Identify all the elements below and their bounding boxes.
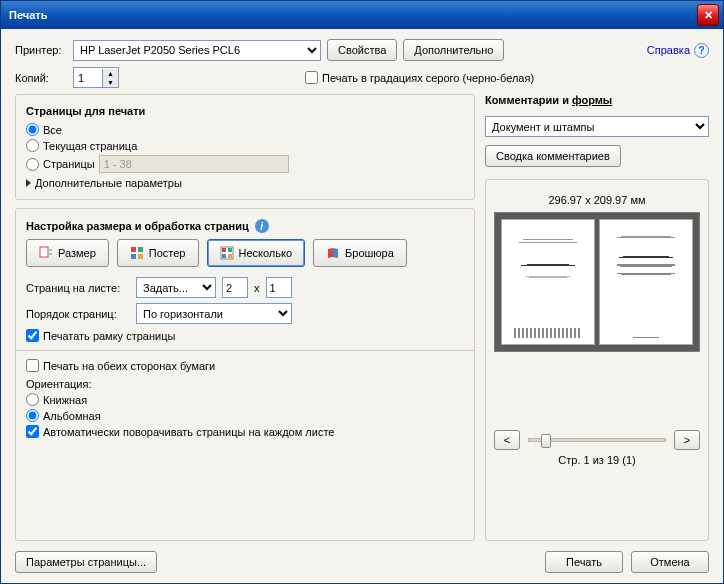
svg-rect-8 xyxy=(222,254,226,258)
page-setup-button[interactable]: Параметры страницы... xyxy=(15,551,157,573)
preview-next-button[interactable]: > xyxy=(674,430,700,450)
print-border-checkbox[interactable] xyxy=(26,329,39,342)
comments-section: Комментарии и формы Документ и штампы Св… xyxy=(485,94,709,167)
preview-page-right xyxy=(599,219,693,345)
pages-current-label: Текущая страница xyxy=(43,140,137,152)
portrait-label: Книжная xyxy=(43,394,87,406)
per-sheet-label: Страниц на листе: xyxy=(26,282,130,294)
landscape-radio[interactable] xyxy=(26,409,39,422)
svg-rect-4 xyxy=(138,254,143,259)
duplex-checkbox[interactable] xyxy=(26,359,39,372)
preview-page-counter: Стр. 1 из 19 (1) xyxy=(494,454,700,466)
per-sheet-x-input[interactable] xyxy=(222,277,248,298)
svg-rect-2 xyxy=(138,247,143,252)
size-group-title-row: Настройка размера и обработка страниц i xyxy=(26,219,464,233)
help-icon[interactable]: ? xyxy=(694,43,709,58)
page-order-label: Порядок страниц: xyxy=(26,308,130,320)
properties-button[interactable]: Свойства xyxy=(327,39,397,61)
pages-group-title: Страницы для печати xyxy=(26,105,464,117)
svg-rect-9 xyxy=(228,254,232,258)
dialog-content: Принтер: HP LaserJet P2050 Series PCL6 С… xyxy=(1,29,723,583)
help-link[interactable]: Справка xyxy=(647,44,690,56)
preview-slider[interactable] xyxy=(528,438,666,442)
help-area: Справка ? xyxy=(647,43,709,58)
tab-poster[interactable]: Постер xyxy=(117,239,199,267)
main-columns: Страницы для печати Все Текущая страница… xyxy=(15,94,709,541)
portrait-radio[interactable] xyxy=(26,393,39,406)
pages-all-radio[interactable] xyxy=(26,123,39,136)
copies-label: Копий: xyxy=(15,72,67,84)
print-button[interactable]: Печать xyxy=(545,551,623,573)
duplex-label: Печать на обеих сторонах бумаги xyxy=(43,360,215,372)
page-order-row: Порядок страниц: По горизонтали xyxy=(26,303,464,324)
svg-rect-1 xyxy=(131,247,136,252)
print-border-label: Печатать рамку страницы xyxy=(43,330,175,342)
svg-rect-6 xyxy=(222,248,226,252)
titlebar: Печать ✕ xyxy=(1,1,723,29)
pages-current-radio[interactable] xyxy=(26,139,39,152)
more-options-toggle[interactable]: Дополнительные параметры xyxy=(26,177,464,189)
preview-prev-button[interactable]: < xyxy=(494,430,520,450)
pages-range-radio[interactable] xyxy=(26,158,39,171)
left-column: Страницы для печати Все Текущая страница… xyxy=(15,94,475,541)
pages-all-label: Все xyxy=(43,124,62,136)
tab-booklet[interactable]: Брошюра xyxy=(313,239,407,267)
preview-canvas xyxy=(494,212,700,352)
close-button[interactable]: ✕ xyxy=(697,4,719,26)
per-sheet-times: x xyxy=(254,282,260,294)
tab-multiple[interactable]: Несколько xyxy=(207,239,306,267)
per-sheet-row: Страниц на листе: Задать... x xyxy=(26,277,464,298)
printer-select[interactable]: HP LaserJet P2050 Series PCL6 xyxy=(73,40,321,61)
preview-page-left xyxy=(501,219,595,345)
size-group-title: Настройка размера и обработка страниц xyxy=(26,220,249,232)
grayscale-checkbox[interactable] xyxy=(305,71,318,84)
window-title: Печать xyxy=(5,9,47,21)
more-options-label: Дополнительные параметры xyxy=(35,177,182,189)
size-handling-group: Настройка размера и обработка страниц i … xyxy=(15,208,475,541)
page-order-select[interactable]: По горизонтали xyxy=(136,303,292,324)
size-icon xyxy=(39,246,53,260)
spinner-up-icon[interactable]: ▲ xyxy=(102,69,118,78)
cancel-button[interactable]: Отмена xyxy=(631,551,709,573)
svg-rect-0 xyxy=(40,247,48,257)
handling-tabs: Размер Постер Несколько Брошюра xyxy=(26,239,464,267)
pages-group: Страницы для печати Все Текущая страница… xyxy=(15,94,475,200)
svg-rect-3 xyxy=(131,254,136,259)
comments-summary-button[interactable]: Сводка комментариев xyxy=(485,145,621,167)
close-icon: ✕ xyxy=(704,9,713,22)
advanced-button[interactable]: Дополнительно xyxy=(403,39,504,61)
orientation-label: Ориентация: xyxy=(26,378,464,390)
printer-row: Принтер: HP LaserJet P2050 Series PCL6 С… xyxy=(15,39,709,61)
slider-thumb[interactable] xyxy=(541,434,551,448)
booklet-icon xyxy=(326,246,340,260)
multiple-icon xyxy=(220,246,234,260)
pages-range-label: Страницы xyxy=(43,158,95,170)
per-sheet-mode-select[interactable]: Задать... xyxy=(136,277,216,298)
chevron-right-icon xyxy=(26,179,31,187)
preview-dimensions: 296.97 x 209.97 мм xyxy=(494,194,700,206)
preview-panel: 296.97 x 209.97 мм xyxy=(485,179,709,541)
svg-rect-7 xyxy=(228,248,232,252)
copies-row: Копий: ▲▼ Печать в градациях серого (чер… xyxy=(15,67,709,88)
comments-mode-select[interactable]: Документ и штампы xyxy=(485,116,709,137)
copies-spinner[interactable]: ▲▼ xyxy=(73,67,119,88)
comments-title: Комментарии и формы xyxy=(485,94,709,106)
tab-size[interactable]: Размер xyxy=(26,239,109,267)
print-dialog: Печать ✕ Принтер: HP LaserJet P2050 Seri… xyxy=(0,0,724,584)
pages-range-input xyxy=(99,155,289,173)
right-column: Комментарии и формы Документ и штампы Св… xyxy=(485,94,709,541)
autorotate-checkbox[interactable] xyxy=(26,425,39,438)
grayscale-label: Печать в градациях серого (черно-белая) xyxy=(322,72,534,84)
per-sheet-y-input[interactable] xyxy=(266,277,292,298)
dialog-footer: Параметры страницы... Печать Отмена xyxy=(15,541,709,573)
copies-input[interactable] xyxy=(74,71,102,85)
spinner-down-icon[interactable]: ▼ xyxy=(102,78,118,87)
info-icon[interactable]: i xyxy=(255,219,269,233)
landscape-label: Альбомная xyxy=(43,410,101,422)
printer-label: Принтер: xyxy=(15,44,67,56)
autorotate-label: Автоматически поворачивать страницы на к… xyxy=(43,426,334,438)
preview-nav: < > xyxy=(494,430,700,450)
poster-icon xyxy=(130,246,144,260)
